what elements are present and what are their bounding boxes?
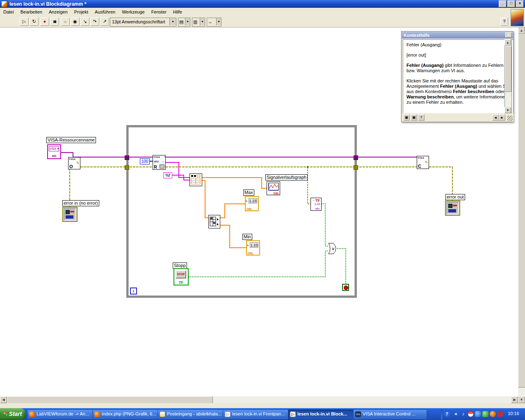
detailed-help-button[interactable]: ? bbox=[418, 114, 425, 121]
taskbar-item-indexphp[interactable]: index.php (PNG-Grafik, 6... bbox=[92, 409, 166, 420]
tray-volume-icon[interactable]: ♪ bbox=[460, 411, 466, 417]
scroll-left-icon[interactable]: ◀ bbox=[0, 396, 7, 403]
horizontal-scrollbar[interactable]: ◀ ▶ bbox=[0, 396, 518, 403]
taskbar-item-posteingang[interactable]: Posteingang - abdelkhala... bbox=[158, 409, 231, 420]
window-titlebar[interactable]: lesen lock-in.vi Blockdiagramm * _ □ × bbox=[0, 0, 525, 8]
scroll-down-icon[interactable]: ▼ bbox=[504, 107, 511, 113]
to-boolean-node[interactable]: → TF 1.23 abc bbox=[310, 198, 322, 211]
context-help-window[interactable]: Kontexthilfe × Fehler (Ausgang) [error o… bbox=[401, 31, 514, 122]
menu-hilfe[interactable]: Hilfe bbox=[170, 8, 185, 16]
close-icon[interactable]: × bbox=[505, 32, 512, 38]
step-over-button[interactable]: ↷ bbox=[90, 17, 99, 26]
chevron-down-icon[interactable]: ▼ bbox=[169, 18, 176, 25]
menu-datei[interactable]: Datei bbox=[0, 8, 17, 16]
stop-button-terminal[interactable]: STOP TF bbox=[173, 268, 189, 285]
visa-resource-label[interactable]: VISA-Ressourcenname bbox=[46, 137, 96, 143]
vertical-scroll-thumb[interactable] bbox=[518, 34, 525, 388]
nav-left-icon[interactable]: ◀ bbox=[492, 114, 499, 121]
run-continuous-button[interactable]: ↻ bbox=[30, 17, 39, 26]
tray-collapse-chevron-icon[interactable]: « bbox=[453, 411, 459, 417]
help-button[interactable]: ? bbox=[500, 17, 508, 26]
visa-open-node[interactable]: VISA ✎ O bbox=[68, 157, 80, 169]
taskbar-item-blockdiagram[interactable]: ▷ lesen lock-in.vi Block... bbox=[288, 409, 362, 420]
loop-condition-terminal[interactable] bbox=[342, 284, 349, 291]
scroll-up-icon[interactable]: ▲ bbox=[518, 27, 525, 34]
error-out-label[interactable]: error out bbox=[445, 194, 465, 200]
array-max-min-node[interactable] bbox=[208, 215, 220, 228]
start-button[interactable]: Start bbox=[0, 408, 25, 420]
visa-close-node[interactable]: VISA ✎ C bbox=[417, 156, 429, 169]
scroll-right-icon[interactable]: ▶ bbox=[511, 396, 518, 403]
resize-objects-dropdown[interactable]: ↔ ▼ bbox=[207, 18, 221, 27]
stop-face: STOP bbox=[176, 270, 186, 278]
byte-count-constant[interactable]: 100 bbox=[140, 158, 150, 164]
max-label[interactable]: Max bbox=[243, 189, 254, 196]
min-label[interactable]: Min bbox=[242, 234, 252, 240]
menu-projekt[interactable]: Projekt bbox=[71, 8, 91, 16]
menu-anzeigen[interactable]: Anzeigen bbox=[46, 8, 71, 16]
font-selector[interactable]: 13pt Anwendungsschriftart ▼ bbox=[110, 18, 176, 27]
show-terminals-button[interactable]: ▣ bbox=[403, 114, 410, 121]
cluster-frame bbox=[64, 208, 76, 220]
format-string-constant[interactable]: %f bbox=[163, 172, 172, 178]
close-button[interactable]: × bbox=[516, 0, 524, 7]
scroll-up-icon[interactable]: ▲ bbox=[504, 39, 511, 46]
stop-label[interactable]: Stopp bbox=[173, 262, 187, 269]
or-gate-node[interactable]: ∨ bbox=[328, 243, 339, 254]
signal-graph-label[interactable]: Signalverlaufsgraph bbox=[265, 174, 308, 180]
menu-ausfuehren[interactable]: Ausführen bbox=[91, 8, 119, 16]
minimize-button[interactable]: _ bbox=[499, 0, 507, 7]
visa-read-node[interactable]: VISA ▪ abc → R bbox=[153, 155, 166, 170]
chevron-down-icon[interactable]: ▼ bbox=[200, 18, 205, 25]
tray-update-icon[interactable] bbox=[497, 411, 503, 417]
nav-right-icon[interactable]: ▶ bbox=[499, 114, 505, 121]
taskbar-item-visa-interactive[interactable]: 101 VISA Interactive Control ... bbox=[353, 409, 427, 420]
align-objects-icon: ▤ bbox=[178, 19, 183, 24]
error-in-label[interactable]: error in (no error) bbox=[62, 200, 99, 206]
step-into-button[interactable]: ↘ bbox=[80, 17, 89, 26]
taskbar-item-frontpanel[interactable]: ▷ lesen lock-in.vi Frontpan... bbox=[223, 409, 297, 420]
context-help-title: Kontexthilfe bbox=[404, 33, 430, 38]
min-indicator[interactable]: ▸ 1.23 DBL bbox=[246, 240, 260, 256]
pause-button[interactable]: ▮▮ bbox=[50, 17, 59, 26]
vertical-scrollbar[interactable]: ▲ ▼ bbox=[518, 27, 525, 403]
distribute-objects-dropdown[interactable]: ▥ ▼ bbox=[192, 18, 205, 27]
abort-button[interactable]: ● bbox=[40, 17, 49, 26]
tray-help-icon[interactable]: ? bbox=[444, 411, 450, 417]
while-loop-structure[interactable] bbox=[126, 125, 357, 298]
run-button[interactable]: ▷ bbox=[20, 17, 29, 26]
scroll-thumb[interactable] bbox=[505, 46, 511, 92]
window-icon bbox=[1, 1, 8, 7]
increment-arrow-icon: ▸ bbox=[247, 244, 249, 247]
resize-grip[interactable] bbox=[507, 116, 513, 121]
tray-antivirus-icon[interactable] bbox=[482, 411, 488, 417]
max-indicator[interactable]: ▸ 1.23 DBL bbox=[245, 196, 259, 211]
tray-network-icon[interactable] bbox=[475, 411, 481, 417]
spreadsheet-string-to-array-node[interactable] bbox=[189, 173, 202, 186]
menu-fenster[interactable]: Fenster bbox=[148, 8, 170, 16]
error-in-cluster[interactable] bbox=[62, 207, 78, 222]
context-help-scrollbar[interactable]: ▲ ▼ bbox=[504, 39, 512, 113]
restore-button[interactable]: □ bbox=[507, 0, 515, 7]
highlight-execution-button[interactable]: ☼ bbox=[61, 17, 70, 26]
context-help-titlebar[interactable]: Kontexthilfe × bbox=[402, 32, 513, 39]
labview-vi-icon: ▷ bbox=[290, 411, 296, 417]
menu-werkzeuge[interactable]: Werkzeuge bbox=[119, 8, 148, 16]
tray-firefox-icon[interactable] bbox=[490, 411, 496, 417]
retain-wire-values-button[interactable]: ◉ bbox=[71, 17, 80, 26]
tray-clock[interactable]: 10:16 bbox=[508, 411, 519, 416]
step-out-button[interactable]: ↗ bbox=[100, 17, 109, 26]
visa-resource-control[interactable]: VISA▾ I/O bbox=[47, 144, 61, 159]
lock-help-button[interactable]: ▣ bbox=[411, 114, 417, 121]
error-out-cluster[interactable] bbox=[445, 201, 460, 216]
iteration-terminal[interactable]: i bbox=[130, 288, 137, 294]
menu-bearbeiten[interactable]: Bearbeiten bbox=[17, 8, 46, 16]
taskbar-item-labviewforum[interactable]: LabVIEWforum.de -> An... bbox=[27, 409, 101, 420]
tray-security-shield-icon[interactable] bbox=[468, 411, 474, 417]
chevron-down-icon[interactable]: ▼ bbox=[216, 18, 221, 25]
scroll-down-icon[interactable]: ▼ bbox=[518, 396, 525, 403]
chevron-down-icon[interactable]: ▼ bbox=[185, 18, 190, 25]
start-label: Start bbox=[9, 411, 22, 417]
align-objects-dropdown[interactable]: ▤ ▼ bbox=[178, 18, 190, 27]
waveform-graph-terminal[interactable]: DBL bbox=[267, 181, 280, 195]
